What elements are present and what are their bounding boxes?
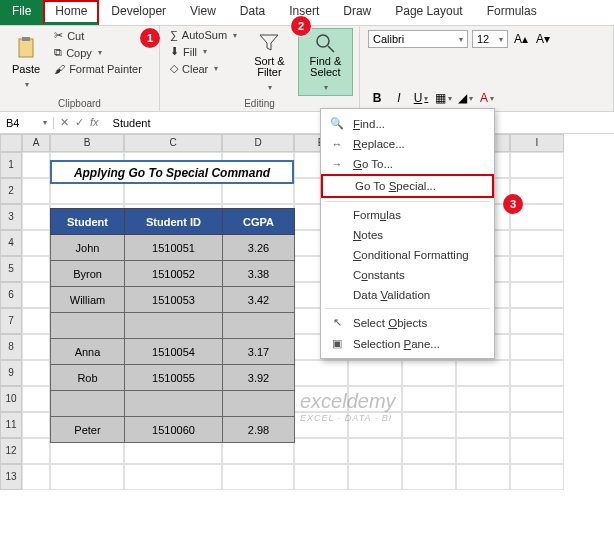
menu-goto[interactable]: →Go To... <box>321 154 494 174</box>
cell[interactable] <box>402 360 456 386</box>
tab-data[interactable]: Data <box>228 0 277 25</box>
cell[interactable] <box>510 464 564 490</box>
tab-draw[interactable]: Draw <box>331 0 383 25</box>
cell[interactable] <box>402 386 456 412</box>
table-cell[interactable] <box>51 313 125 339</box>
cell[interactable] <box>22 360 50 386</box>
cell[interactable] <box>22 464 50 490</box>
cell[interactable] <box>402 464 456 490</box>
table-cell[interactable]: Byron <box>51 261 125 287</box>
menu-goto-special[interactable]: Go To Special... <box>321 174 494 198</box>
table-cell[interactable] <box>223 391 295 417</box>
table-cell[interactable]: Peter <box>51 417 125 443</box>
cell[interactable] <box>402 438 456 464</box>
cell[interactable] <box>348 412 402 438</box>
italic-button[interactable]: I <box>390 89 408 107</box>
table-cell[interactable]: 3.17 <box>223 339 295 365</box>
table-cell[interactable] <box>223 313 295 339</box>
table-cell[interactable] <box>51 391 125 417</box>
table-cell[interactable]: Anna <box>51 339 125 365</box>
menu-notes[interactable]: Notes <box>321 225 494 245</box>
cell[interactable] <box>510 282 564 308</box>
font-color-button[interactable]: A <box>478 89 496 107</box>
cell[interactable] <box>22 204 50 230</box>
table-cell[interactable] <box>125 391 223 417</box>
format-painter-button[interactable]: 🖌 Format Painter <box>50 62 146 76</box>
table-cell[interactable]: 1510055 <box>125 365 223 391</box>
table-cell[interactable]: 1510060 <box>125 417 223 443</box>
table-cell[interactable] <box>125 313 223 339</box>
cell[interactable] <box>124 464 222 490</box>
cell[interactable] <box>294 386 348 412</box>
cell[interactable] <box>456 464 510 490</box>
row-header[interactable]: 8 <box>0 334 22 360</box>
decrease-font-button[interactable]: A▾ <box>534 30 552 48</box>
table-cell[interactable]: 2.98 <box>223 417 295 443</box>
row-header[interactable]: 12 <box>0 438 22 464</box>
tab-file[interactable]: File <box>0 0 43 25</box>
sort-filter-button[interactable]: Sort & Filter <box>245 28 294 96</box>
menu-constants[interactable]: Constants <box>321 265 494 285</box>
cancel-icon[interactable]: ✕ <box>60 116 69 129</box>
fx-icon[interactable]: fx <box>90 116 99 129</box>
cell[interactable] <box>510 334 564 360</box>
row-header[interactable]: 9 <box>0 360 22 386</box>
table-cell[interactable]: 1510051 <box>125 235 223 261</box>
cell[interactable] <box>22 178 50 204</box>
cell[interactable] <box>348 464 402 490</box>
table-cell[interactable]: 1510053 <box>125 287 223 313</box>
select-all-corner[interactable] <box>0 134 22 152</box>
row-header[interactable]: 13 <box>0 464 22 490</box>
enter-icon[interactable]: ✓ <box>75 116 84 129</box>
name-box[interactable]: B4 <box>0 117 54 129</box>
table-cell[interactable]: John <box>51 235 125 261</box>
tab-developer[interactable]: Developer <box>99 0 178 25</box>
col-header[interactable]: A <box>22 134 50 152</box>
cell[interactable] <box>456 386 510 412</box>
cell[interactable] <box>510 256 564 282</box>
font-size-select[interactable]: 12 <box>472 30 508 48</box>
cell[interactable] <box>510 438 564 464</box>
cell[interactable] <box>22 386 50 412</box>
col-header[interactable]: C <box>124 134 222 152</box>
col-header[interactable]: I <box>510 134 564 152</box>
fill-button[interactable]: ⬇ Fill <box>166 44 241 59</box>
cell[interactable] <box>510 386 564 412</box>
increase-font-button[interactable]: A▴ <box>512 30 530 48</box>
cell[interactable] <box>456 438 510 464</box>
cell[interactable] <box>22 256 50 282</box>
menu-find[interactable]: 🔍Find... <box>321 113 494 134</box>
table-cell[interactable]: 3.38 <box>223 261 295 287</box>
menu-selection-pane[interactable]: ▣Selection Pane... <box>321 333 494 354</box>
cell[interactable] <box>294 360 348 386</box>
table-cell[interactable]: Rob <box>51 365 125 391</box>
cell[interactable] <box>456 360 510 386</box>
cell[interactable] <box>510 230 564 256</box>
cell[interactable] <box>22 282 50 308</box>
border-button[interactable]: ▦ <box>434 89 452 107</box>
row-header[interactable]: 6 <box>0 282 22 308</box>
row-header[interactable]: 10 <box>0 386 22 412</box>
cell[interactable] <box>348 386 402 412</box>
autosum-button[interactable]: ∑ AutoSum <box>166 28 241 42</box>
bold-button[interactable]: B <box>368 89 386 107</box>
cell[interactable] <box>510 152 564 178</box>
cell[interactable] <box>294 438 348 464</box>
row-header[interactable]: 1 <box>0 152 22 178</box>
tab-home[interactable]: Home <box>43 0 99 25</box>
cell[interactable] <box>510 412 564 438</box>
underline-button[interactable]: U <box>412 89 430 107</box>
cell[interactable] <box>22 334 50 360</box>
cell[interactable] <box>510 308 564 334</box>
row-header[interactable]: 4 <box>0 230 22 256</box>
row-header[interactable]: 3 <box>0 204 22 230</box>
cell[interactable] <box>22 230 50 256</box>
cut-button[interactable]: ✂ Cut <box>50 28 146 43</box>
row-header[interactable]: 11 <box>0 412 22 438</box>
cell[interactable] <box>22 438 50 464</box>
copy-button[interactable]: ⧉ Copy <box>50 45 146 60</box>
row-header[interactable]: 2 <box>0 178 22 204</box>
table-cell[interactable]: William <box>51 287 125 313</box>
fill-color-button[interactable]: ◢ <box>456 89 474 107</box>
tab-page-layout[interactable]: Page Layout <box>383 0 474 25</box>
